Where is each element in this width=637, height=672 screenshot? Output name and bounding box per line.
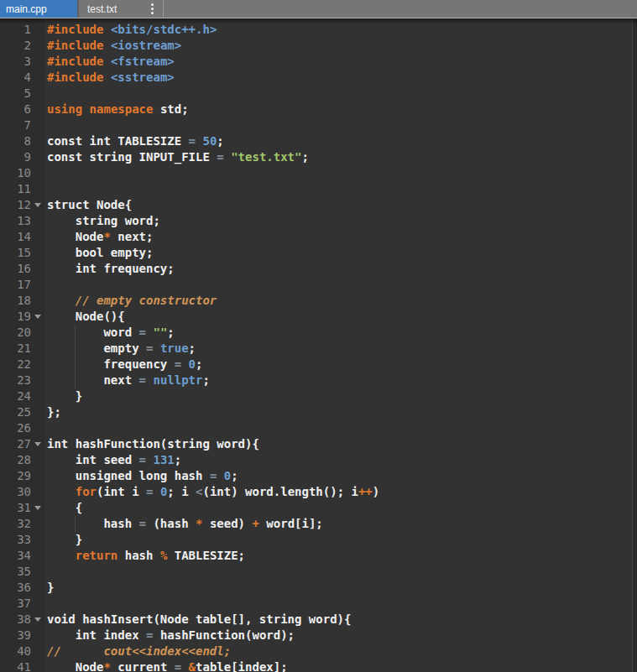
code-line-content[interactable]	[44, 277, 637, 293]
line-number[interactable]: 19	[0, 309, 31, 325]
line-number[interactable]: 10	[0, 165, 31, 181]
line-number[interactable]: 23	[0, 372, 31, 388]
code-line-content[interactable]	[44, 420, 637, 436]
code-line-content[interactable]: unsigned long hash = 0;	[44, 468, 637, 484]
line-number[interactable]: 39	[0, 628, 31, 643]
fold-cell	[31, 452, 44, 468]
code-token: ;	[231, 469, 238, 482]
line-number[interactable]: 18	[0, 293, 31, 309]
line-number[interactable]: 36	[0, 580, 31, 596]
line-number[interactable]: 38	[0, 612, 31, 628]
code-line-content[interactable]: bool empty;	[44, 245, 637, 261]
code-line-content[interactable]: hash = (hash * seed) + word[i];	[44, 516, 637, 532]
code-line-content[interactable]: // cout<<index<<endl;	[44, 643, 637, 659]
line-number[interactable]: 12	[0, 197, 31, 213]
code-line-content[interactable]: }	[44, 532, 637, 548]
line-number[interactable]: 30	[0, 484, 31, 500]
code-line-content[interactable]: next = nullptr;	[44, 372, 637, 388]
code-token: #include	[47, 39, 103, 52]
code-line-content[interactable]: return hash % TABLESIZE;	[44, 548, 637, 564]
code-line-content[interactable]: word = "";	[44, 325, 637, 341]
line-number[interactable]: 4	[0, 70, 31, 86]
code-token: next;	[111, 230, 154, 243]
fold-toggle-icon[interactable]	[34, 442, 41, 446]
line-number[interactable]: 41	[0, 659, 31, 672]
code-line-content[interactable]: Node* next;	[44, 229, 637, 245]
tab-bar: main.cpp test.txt	[0, 0, 637, 18]
line-number[interactable]: 9	[0, 149, 31, 165]
code-line-content[interactable]	[44, 596, 637, 612]
indent-guide	[75, 341, 76, 357]
code-line-content[interactable]: frequency = 0;	[44, 357, 637, 372]
code-line: 32 hash = (hash * seed) + word[i];	[0, 516, 637, 532]
code-line-content[interactable]: for(int i = 0; i <(int) word.length(); i…	[44, 484, 637, 500]
line-number[interactable]: 28	[0, 452, 31, 468]
line-number[interactable]: 33	[0, 532, 31, 548]
code-line-content[interactable]	[44, 117, 637, 133]
line-number[interactable]: 35	[0, 564, 31, 580]
code-line-content[interactable]: };	[44, 404, 637, 420]
line-number[interactable]: 20	[0, 325, 31, 341]
line-number[interactable]: 3	[0, 54, 31, 70]
line-number[interactable]: 32	[0, 516, 31, 532]
code-line-content[interactable]: #include <fstream>	[44, 54, 637, 70]
code-line-content[interactable]	[44, 86, 637, 102]
line-number[interactable]: 2	[0, 38, 31, 54]
code-line: 24 }	[0, 388, 637, 404]
code-line-content[interactable]: #include <bits/stdc++.h>	[44, 22, 637, 38]
line-number[interactable]: 29	[0, 468, 31, 484]
code-line-content[interactable]: const int TABLESIZE = 50;	[44, 133, 637, 149]
line-number[interactable]: 22	[0, 357, 31, 372]
line-number[interactable]: 34	[0, 548, 31, 564]
line-number[interactable]: 15	[0, 245, 31, 261]
line-number[interactable]: 26	[0, 420, 31, 436]
code-line-content[interactable]: #include <iostream>	[44, 38, 637, 54]
code-line-content[interactable]: empty = true;	[44, 341, 637, 357]
code-line-content[interactable]: const string INPUT_FILE = "test.txt";	[44, 149, 637, 165]
fold-toggle-icon[interactable]	[34, 315, 41, 319]
code-line-content[interactable]: using namespace std;	[44, 102, 637, 117]
line-number[interactable]: 24	[0, 388, 31, 404]
line-number[interactable]: 21	[0, 341, 31, 357]
line-number[interactable]: 13	[0, 213, 31, 229]
line-number[interactable]: 6	[0, 102, 31, 117]
scrollbar-track[interactable]	[632, 18, 637, 672]
line-number[interactable]: 31	[0, 500, 31, 516]
line-number[interactable]: 1	[0, 22, 31, 38]
line-number[interactable]: 7	[0, 117, 31, 133]
tab-menu-button[interactable]	[141, 0, 163, 18]
fold-toggle-icon[interactable]	[34, 506, 41, 510]
fold-toggle-icon[interactable]	[34, 203, 41, 207]
line-number[interactable]: 8	[0, 133, 31, 149]
code-line-content[interactable]	[44, 181, 637, 197]
code-line-content[interactable]: Node(){	[44, 309, 637, 325]
code-line-content[interactable]: // empty constructor	[44, 293, 637, 309]
line-number[interactable]: 40	[0, 643, 31, 659]
code-line-content[interactable]: int frequency;	[44, 261, 637, 277]
line-number[interactable]: 5	[0, 86, 31, 102]
line-number[interactable]: 27	[0, 436, 31, 452]
code-line-content[interactable]	[44, 165, 637, 181]
code-line-content[interactable]: }	[44, 580, 637, 596]
code-token	[103, 70, 110, 84]
line-number[interactable]: 25	[0, 404, 31, 420]
code-line-content[interactable]: int seed = 131;	[44, 452, 637, 468]
code-line-content[interactable]	[44, 564, 637, 580]
code-line-content[interactable]: string word;	[44, 213, 637, 229]
code-line-content[interactable]: Node* current = &table[index];	[44, 659, 637, 672]
line-number[interactable]: 37	[0, 596, 31, 612]
code-line-content[interactable]: int index = hashFunction(word);	[44, 628, 637, 643]
code-line-content[interactable]: int hashFunction(string word){	[44, 436, 637, 452]
line-number[interactable]: 14	[0, 229, 31, 245]
code-line-content[interactable]: void hashInsert(Node table[], string wor…	[44, 612, 637, 628]
tab-test-txt[interactable]: test.txt	[79, 0, 141, 18]
line-number[interactable]: 17	[0, 277, 31, 293]
line-number[interactable]: 11	[0, 181, 31, 197]
tab-main-cpp[interactable]: main.cpp	[0, 0, 79, 18]
code-line-content[interactable]: }	[44, 388, 637, 404]
code-line-content[interactable]: struct Node{	[44, 197, 637, 213]
fold-toggle-icon[interactable]	[34, 617, 41, 622]
line-number[interactable]: 16	[0, 261, 31, 277]
code-line-content[interactable]: {	[44, 500, 637, 516]
code-line-content[interactable]: #include <sstream>	[44, 70, 637, 86]
